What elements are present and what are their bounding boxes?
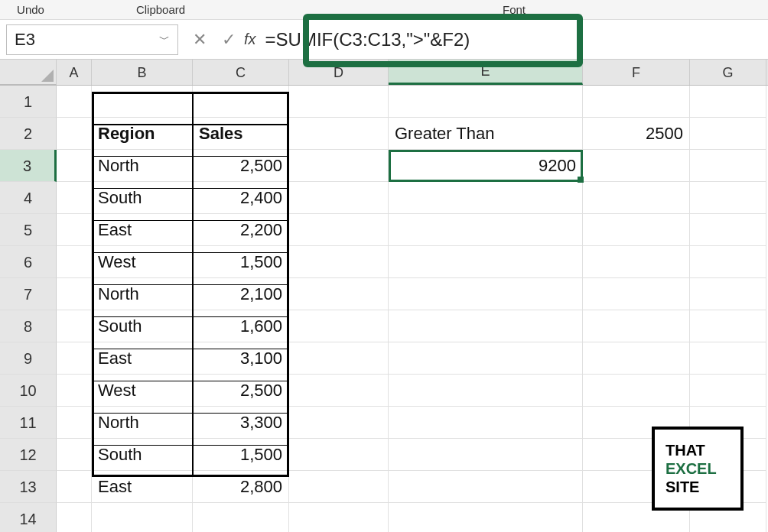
- formula-input[interactable]: =SUMIF(C3:C13,">"&F2): [265, 29, 470, 50]
- row-header-5[interactable]: 5: [0, 214, 57, 246]
- cell-A1[interactable]: [57, 86, 92, 118]
- cell-E11[interactable]: [389, 407, 583, 439]
- row-header-11[interactable]: 11: [0, 407, 57, 439]
- cell-D7[interactable]: [289, 278, 389, 310]
- cell-C11[interactable]: 3,300: [193, 407, 289, 439]
- row-header-10[interactable]: 10: [0, 375, 57, 407]
- cell-A12[interactable]: [57, 439, 92, 471]
- cell-B13[interactable]: East: [92, 471, 193, 503]
- name-box[interactable]: E3 ﹀: [6, 24, 178, 55]
- cell-B10[interactable]: West: [92, 375, 193, 407]
- cell-G6[interactable]: [690, 246, 766, 278]
- cell-D14[interactable]: [289, 503, 389, 532]
- cell-D13[interactable]: [289, 471, 389, 503]
- cell-C10[interactable]: 2,500: [193, 375, 289, 407]
- cell-E7[interactable]: [389, 278, 583, 310]
- col-header-B[interactable]: B: [92, 60, 193, 85]
- row-header-4[interactable]: 4: [0, 182, 57, 214]
- cell-D5[interactable]: [289, 214, 389, 246]
- cell-C5[interactable]: 2,200: [193, 214, 289, 246]
- cell-F2[interactable]: 2500: [583, 118, 690, 150]
- col-header-C[interactable]: C: [193, 60, 289, 85]
- chevron-down-icon[interactable]: ﹀: [159, 33, 170, 47]
- cell-C7[interactable]: 2,100: [193, 278, 289, 310]
- cell-A4[interactable]: [57, 182, 92, 214]
- cancel-icon[interactable]: ✕: [192, 30, 207, 50]
- cell-F7[interactable]: [583, 278, 690, 310]
- cell-C1[interactable]: [193, 86, 289, 118]
- cell-C2[interactable]: Sales: [193, 118, 289, 150]
- cell-E12[interactable]: [389, 439, 583, 471]
- cell-A9[interactable]: [57, 342, 92, 375]
- enter-icon[interactable]: ✓: [221, 30, 236, 50]
- cell-C12[interactable]: 1,500: [193, 439, 289, 471]
- cell-B14[interactable]: [92, 503, 193, 532]
- cell-B5[interactable]: East: [92, 214, 193, 246]
- fx-icon[interactable]: fx: [244, 31, 256, 48]
- cell-C9[interactable]: 3,100: [193, 342, 289, 375]
- cell-C14[interactable]: [193, 503, 289, 532]
- row-header-8[interactable]: 8: [0, 310, 57, 342]
- cell-E3[interactable]: 9200: [389, 150, 583, 182]
- cell-A14[interactable]: [57, 503, 92, 532]
- col-header-E[interactable]: E: [389, 60, 583, 85]
- row-header-6[interactable]: 6: [0, 246, 57, 278]
- cell-D4[interactable]: [289, 182, 389, 214]
- cell-C13[interactable]: 2,800: [193, 471, 289, 503]
- cell-A3[interactable]: [57, 150, 92, 182]
- cell-E10[interactable]: [389, 375, 583, 407]
- select-all-corner[interactable]: [0, 60, 57, 85]
- row-header-7[interactable]: 7: [0, 278, 57, 310]
- row-header-3[interactable]: 3: [0, 150, 57, 182]
- cell-G2[interactable]: [690, 118, 766, 150]
- cell-A7[interactable]: [57, 278, 92, 310]
- cell-F6[interactable]: [583, 246, 690, 278]
- cell-F10[interactable]: [583, 375, 690, 407]
- cell-E2[interactable]: Greater Than: [389, 118, 583, 150]
- cell-A11[interactable]: [57, 407, 92, 439]
- col-header-D[interactable]: D: [289, 60, 389, 85]
- cell-E4[interactable]: [389, 182, 583, 214]
- cell-F8[interactable]: [583, 310, 690, 342]
- cell-D11[interactable]: [289, 407, 389, 439]
- row-header-2[interactable]: 2: [0, 118, 57, 150]
- cell-D2[interactable]: [289, 118, 389, 150]
- cell-C4[interactable]: 2,400: [193, 182, 289, 214]
- row-header-9[interactable]: 9: [0, 342, 57, 375]
- cell-A13[interactable]: [57, 471, 92, 503]
- cell-F3[interactable]: [583, 150, 690, 182]
- cell-B12[interactable]: South: [92, 439, 193, 471]
- cell-G8[interactable]: [690, 310, 766, 342]
- cell-D9[interactable]: [289, 342, 389, 375]
- cell-A6[interactable]: [57, 246, 92, 278]
- cell-D1[interactable]: [289, 86, 389, 118]
- cell-B8[interactable]: South: [92, 310, 193, 342]
- cell-B4[interactable]: South: [92, 182, 193, 214]
- row-header-14[interactable]: 14: [0, 503, 57, 532]
- cell-G3[interactable]: [690, 150, 766, 182]
- cell-B7[interactable]: North: [92, 278, 193, 310]
- cell-B3[interactable]: North: [92, 150, 193, 182]
- cell-E6[interactable]: [389, 246, 583, 278]
- cell-F4[interactable]: [583, 182, 690, 214]
- cell-A10[interactable]: [57, 375, 92, 407]
- cell-D12[interactable]: [289, 439, 389, 471]
- cell-A2[interactable]: [57, 118, 92, 150]
- cell-G5[interactable]: [690, 214, 766, 246]
- row-header-12[interactable]: 12: [0, 439, 57, 471]
- cell-D8[interactable]: [289, 310, 389, 342]
- cell-B9[interactable]: East: [92, 342, 193, 375]
- cell-E8[interactable]: [389, 310, 583, 342]
- cell-D6[interactable]: [289, 246, 389, 278]
- col-header-A[interactable]: A: [57, 60, 92, 85]
- cell-B2[interactable]: Region: [92, 118, 193, 150]
- cell-C8[interactable]: 1,600: [193, 310, 289, 342]
- cell-G4[interactable]: [690, 182, 766, 214]
- cell-G9[interactable]: [690, 342, 766, 375]
- cell-C3[interactable]: 2,500: [193, 150, 289, 182]
- row-header-1[interactable]: 1: [0, 86, 57, 118]
- cell-F9[interactable]: [583, 342, 690, 375]
- cell-E9[interactable]: [389, 342, 583, 375]
- cell-E13[interactable]: [389, 471, 583, 503]
- cell-B1[interactable]: [92, 86, 193, 118]
